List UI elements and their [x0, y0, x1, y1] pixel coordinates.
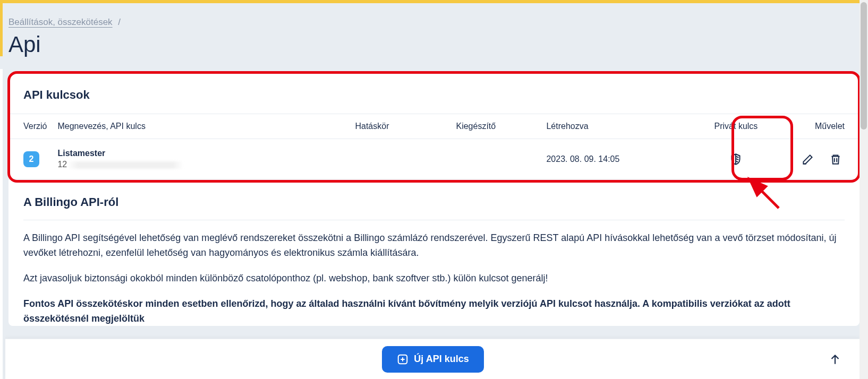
left-edge-white: [0, 69, 3, 379]
private-key-button[interactable]: [727, 150, 745, 168]
cell-created: 2023. 08. 09. 14:05: [541, 139, 700, 179]
scrollbar-track[interactable]: [860, 0, 868, 379]
shield-icon: [729, 152, 743, 166]
about-p2: Azt javasoljuk biztonsági okokból minden…: [23, 271, 845, 286]
scroll-to-top-button[interactable]: [826, 350, 845, 369]
about-heading: A Billingo API-ról: [23, 195, 845, 220]
breadcrumb: Beállítások, összekötések /: [8, 17, 860, 28]
api-keys-heading: API kulcsok: [8, 88, 860, 114]
col-scope: Hatáskör: [350, 114, 450, 139]
bottom-action-bar: Új API kulcs: [5, 339, 861, 379]
pencil-icon: [801, 152, 815, 166]
about-p1: A Billingo API segítségével lehetőség va…: [23, 231, 845, 261]
about-section: A Billingo API-ról A Billingo API segíts…: [8, 179, 860, 326]
cell-name: Listamester 12: [52, 139, 350, 179]
key-prefix: 12: [57, 160, 67, 169]
page-container: Beállítások, összekötések / Api API kulc…: [0, 3, 868, 326]
page-title: Api: [8, 32, 860, 57]
delete-button[interactable]: [827, 150, 845, 168]
cell-private: [700, 139, 771, 179]
cell-scope: [350, 139, 450, 179]
edit-button[interactable]: [799, 150, 817, 168]
col-action: Művelet: [771, 114, 860, 139]
col-private: Privát kulcs: [700, 114, 771, 139]
key-masked: [67, 161, 184, 169]
table-header-row: Verzió Megnevezés, API kulcs Hatáskör Ki…: [8, 114, 860, 139]
breadcrumb-link-settings[interactable]: Beállítások, összekötések: [8, 17, 113, 27]
new-api-key-label: Új API kulcs: [414, 354, 469, 365]
col-created: Létrehozva: [541, 114, 700, 139]
trash-icon: [829, 152, 843, 166]
about-p3: Fontos API összekötéskor minden esetben …: [23, 297, 845, 326]
api-keys-card: API kulcsok Verzió Megnevezés, API kulcs…: [8, 73, 860, 326]
col-version: Verzió: [8, 114, 52, 139]
cell-version: 2: [8, 139, 52, 179]
plus-square-icon: [397, 354, 409, 365]
cell-action: [771, 139, 860, 179]
about-text: A Billingo API segítségével lehetőség va…: [23, 231, 845, 326]
col-addon: Kiegészítő: [450, 114, 541, 139]
cell-addon: [450, 139, 541, 179]
new-api-key-button[interactable]: Új API kulcs: [382, 346, 483, 373]
breadcrumb-separator: /: [118, 17, 121, 27]
key-value-label: 12: [57, 160, 184, 169]
version-badge: 2: [23, 151, 39, 167]
api-keys-table: Verzió Megnevezés, API kulcs Hatáskör Ki…: [8, 114, 860, 179]
key-name-label: Listamester: [57, 149, 344, 158]
arrow-up-icon: [828, 352, 842, 366]
left-accent: [0, 3, 3, 56]
table-row: 2 Listamester 12 2023. 08. 09. 14:05: [8, 139, 860, 179]
scrollbar-thumb[interactable]: [861, 2, 867, 130]
col-name: Megnevezés, API kulcs: [52, 114, 350, 139]
